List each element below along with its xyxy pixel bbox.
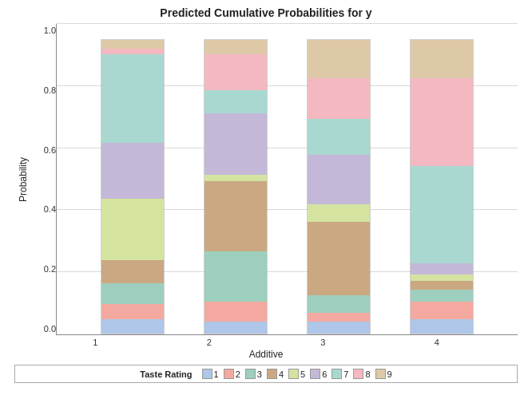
bar-segment-1-3 <box>101 283 164 304</box>
legend-color-box-5 <box>288 369 299 379</box>
bar-segment-3-3 <box>308 295 370 313</box>
legend-label-9: 9 <box>387 369 392 379</box>
bar-segment-2-4 <box>204 181 267 251</box>
bar-segment-1-1 <box>101 319 164 334</box>
bar-segment-4-5 <box>411 275 473 280</box>
bar-segment-1-8 <box>101 49 164 54</box>
legend-color-box-6 <box>310 369 320 379</box>
legend-item-2: 2 <box>224 369 240 379</box>
stacked-bar-1 <box>101 39 165 334</box>
y-tick: 0.2 <box>44 264 56 274</box>
legend-color-box-3 <box>245 369 256 379</box>
x-axis-labels: 1234 <box>14 338 518 347</box>
bar-segment-1-6 <box>101 143 164 199</box>
bar-group-2 <box>200 39 272 334</box>
stacked-bar-3 <box>307 39 371 334</box>
legend-label-8: 8 <box>365 369 370 379</box>
y-tick: 0.4 <box>44 204 56 214</box>
chart-area: Probability 1.00.80.60.40.20.0 <box>14 24 518 335</box>
stacked-bar-2 <box>204 39 268 334</box>
y-tick: 1.0 <box>44 26 56 35</box>
bar-segment-4-7 <box>411 166 473 263</box>
bar-segment-3-2 <box>308 313 370 322</box>
y-axis-label: Probability <box>14 24 32 335</box>
bars-wrapper <box>57 24 518 334</box>
legend-label-6: 6 <box>322 369 327 379</box>
legend-container: Taste Rating 123456789 <box>14 365 518 383</box>
legend-label-4: 4 <box>279 369 284 379</box>
legend-title: Taste Rating <box>140 369 192 379</box>
bar-segment-4-6 <box>411 263 473 275</box>
legend-label-7: 7 <box>343 369 348 379</box>
bar-segment-3-8 <box>308 78 370 120</box>
bar-segment-4-2 <box>411 302 473 319</box>
y-axis: 1.00.80.60.40.20.0 <box>32 24 56 335</box>
y-tick: 0.0 <box>44 324 56 334</box>
bar-segment-4-3 <box>411 290 473 302</box>
x-tick-1: 1 <box>59 338 131 347</box>
bar-segment-1-2 <box>101 304 164 318</box>
bar-segment-3-4 <box>308 222 370 295</box>
legend-item-9: 9 <box>375 369 392 379</box>
chart-title: Predicted Cumulative Probabilities for y <box>14 6 518 19</box>
bar-segment-1-9 <box>101 40 164 49</box>
x-tick-2: 2 <box>173 338 245 347</box>
legend-label-5: 5 <box>300 369 305 379</box>
x-tick-3: 3 <box>287 338 359 347</box>
bar-segment-2-3 <box>204 251 267 302</box>
legend-color-box-8 <box>353 369 363 379</box>
bar-segment-2-5 <box>204 175 267 180</box>
bar-segment-1-5 <box>101 199 164 260</box>
bar-segment-3-7 <box>308 119 370 154</box>
bar-segment-4-4 <box>411 281 473 290</box>
x-axis-title: Additive <box>14 349 518 360</box>
bar-segment-3-1 <box>308 322 370 334</box>
legend-item-1: 1 <box>202 369 219 379</box>
legend-color-box-9 <box>375 369 386 379</box>
legend-label-3: 3 <box>257 369 262 379</box>
legend-label-2: 2 <box>236 369 240 379</box>
bar-segment-4-9 <box>411 40 473 78</box>
bar-segment-2-1 <box>204 322 267 334</box>
bar-segment-4-1 <box>411 319 473 334</box>
legend-color-box-7 <box>332 369 342 379</box>
legend-color-box-2 <box>224 369 234 379</box>
legend-item-6: 6 <box>310 369 327 379</box>
legend-item-7: 7 <box>332 369 348 379</box>
legend-item-5: 5 <box>288 369 305 379</box>
bar-segment-3-9 <box>308 40 370 78</box>
bar-group-4 <box>406 39 478 334</box>
legend-item-3: 3 <box>245 369 262 379</box>
x-tick-4: 4 <box>401 338 473 347</box>
bar-segment-4-8 <box>411 78 473 166</box>
chart-container: Predicted Cumulative Probabilities for y… <box>14 6 518 373</box>
bar-segment-2-7 <box>204 90 267 113</box>
y-tick: 0.8 <box>44 85 56 95</box>
bar-group-3 <box>303 39 375 334</box>
bar-segment-1-7 <box>101 54 164 142</box>
bar-segment-2-8 <box>204 54 267 89</box>
bar-segment-1-4 <box>101 260 164 283</box>
legend-color-box-1 <box>202 369 212 379</box>
legend-label-1: 1 <box>214 369 219 379</box>
bar-segment-2-9 <box>204 40 267 54</box>
bar-segment-3-6 <box>308 155 370 205</box>
legend-item-4: 4 <box>267 369 284 379</box>
stacked-bar-4 <box>410 39 474 334</box>
legend-item-8: 8 <box>353 369 370 379</box>
legend-color-box-4 <box>267 369 277 379</box>
y-tick: 0.6 <box>44 145 56 155</box>
legend-items: 123456789 <box>202 369 392 379</box>
bar-segment-2-6 <box>204 113 267 175</box>
bar-segment-2-2 <box>204 302 267 322</box>
bar-segment-3-5 <box>308 204 370 222</box>
plot-area <box>56 24 518 335</box>
bar-group-1 <box>97 39 169 334</box>
